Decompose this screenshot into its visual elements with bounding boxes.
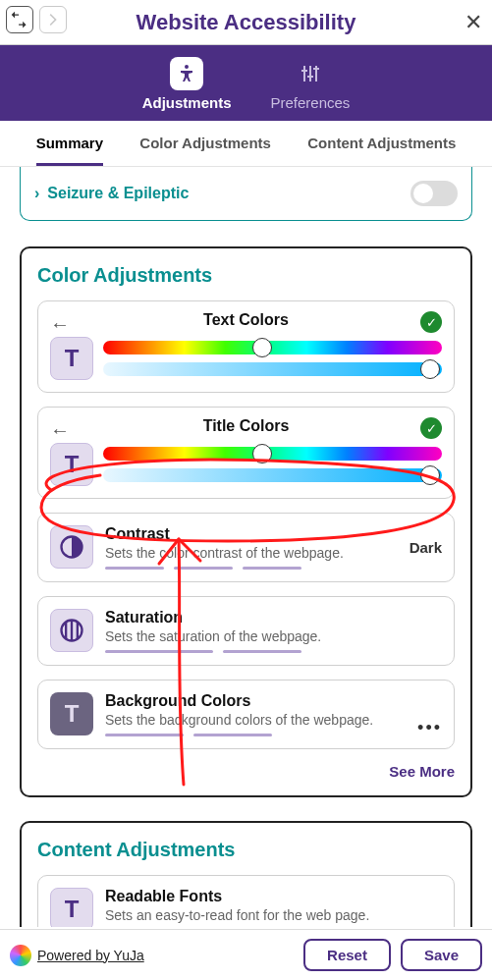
background-more-icon[interactable]: ••• xyxy=(417,718,442,738)
text-colors-check-icon: ✓ xyxy=(420,311,442,333)
saturation-title: Saturation xyxy=(105,609,442,626)
title-colors-check-icon: ✓ xyxy=(420,417,442,439)
background-title: Background Colors xyxy=(105,692,442,710)
title-sat-slider[interactable] xyxy=(103,468,442,482)
svg-rect-5 xyxy=(313,68,319,70)
text-colors-card[interactable]: ← Text Colors ✓ T xyxy=(37,300,455,393)
powered-by-text: Powered by YuJa xyxy=(37,948,144,963)
saturation-icon xyxy=(50,609,93,652)
footer: Powered by YuJa Reset Save xyxy=(0,929,492,980)
subtab-content[interactable]: Content Adjustments xyxy=(307,135,456,166)
saturation-row[interactable]: Saturation Sets the saturation of the we… xyxy=(37,596,455,666)
svg-rect-3 xyxy=(301,70,307,72)
readable-fonts-icon: T xyxy=(50,888,93,927)
contrast-row[interactable]: Contrast Sets the color contrast of the … xyxy=(37,513,455,582)
color-adjustments-panel: Color Adjustments ← Text Colors ✓ T ← Ti… xyxy=(20,246,472,797)
title-colors-back-icon[interactable]: ← xyxy=(50,419,70,442)
content-adjustments-panel: Content Adjustments T Readable Fonts Set… xyxy=(20,821,472,927)
title-hue-slider[interactable] xyxy=(103,447,442,461)
readable-fonts-row[interactable]: T Readable Fonts Sets an easy-to-read fo… xyxy=(37,875,455,927)
text-colors-title: Text Colors xyxy=(203,311,289,329)
contrast-icon xyxy=(50,525,93,569)
readable-fonts-desc: Sets an easy-to-read font for the web pa… xyxy=(105,907,442,923)
text-sat-thumb[interactable] xyxy=(420,359,440,379)
main-tab-bar: Adjustments Preferences xyxy=(0,45,492,121)
title-colors-icon: T xyxy=(50,443,93,486)
sub-tab-bar: Summary Color Adjustments Content Adjust… xyxy=(0,121,492,167)
close-button[interactable]: ✕ xyxy=(465,10,482,35)
seizure-card: › Seizure & Epileptic xyxy=(20,167,472,221)
contrast-desc: Sets the color contrast of the webpage. xyxy=(105,545,398,561)
title-colors-title: Title Colors xyxy=(203,417,290,435)
background-colors-icon: T xyxy=(50,692,93,735)
text-colors-icon: T xyxy=(50,337,93,380)
text-colors-back-icon[interactable]: ← xyxy=(50,313,70,336)
powered-by-link[interactable]: Powered by YuJa xyxy=(10,945,144,966)
page-title: Website Accessibility xyxy=(137,10,356,35)
see-more-link[interactable]: See More xyxy=(37,763,455,780)
tab-preferences-label: Preferences xyxy=(270,94,350,111)
svg-rect-4 xyxy=(307,76,313,78)
tab-adjustments-label: Adjustments xyxy=(142,94,232,111)
tab-preferences[interactable]: Preferences xyxy=(270,57,350,111)
text-hue-thumb[interactable] xyxy=(252,338,272,357)
subtab-summary[interactable]: Summary xyxy=(36,135,103,166)
subtab-color[interactable]: Color Adjustments xyxy=(139,135,271,166)
seizure-toggle[interactable] xyxy=(410,181,458,206)
title-hue-thumb[interactable] xyxy=(252,444,272,463)
contrast-value: Dark xyxy=(410,539,442,556)
background-colors-row[interactable]: T Background Colors Sets the background … xyxy=(37,680,455,749)
title-colors-card[interactable]: ← Title Colors ✓ T xyxy=(37,407,455,499)
seizure-toggle-row[interactable]: › Seizure & Epileptic xyxy=(34,185,189,202)
forward-button xyxy=(39,6,67,33)
chevron-right-icon: › xyxy=(34,185,39,202)
svg-rect-1 xyxy=(309,66,311,82)
text-sat-slider[interactable] xyxy=(103,362,442,376)
title-sat-thumb[interactable] xyxy=(420,465,440,485)
tab-adjustments[interactable]: Adjustments xyxy=(142,57,232,111)
saturation-desc: Sets the saturation of the webpage. xyxy=(105,628,442,644)
svg-rect-0 xyxy=(303,66,305,82)
save-button[interactable]: Save xyxy=(401,939,482,971)
reset-button[interactable]: Reset xyxy=(303,939,391,971)
content-panel-title: Content Adjustments xyxy=(37,839,455,861)
seizure-label: Seizure & Epileptic xyxy=(47,185,189,202)
person-icon xyxy=(170,57,203,90)
background-desc: Sets the background colors of the webpag… xyxy=(105,712,442,728)
back-button[interactable] xyxy=(6,6,33,33)
yuja-logo-icon xyxy=(10,945,31,966)
readable-fonts-title: Readable Fonts xyxy=(105,888,442,905)
scroll-area[interactable]: › Seizure & Epileptic Color Adjustments … xyxy=(0,167,492,927)
contrast-title: Contrast xyxy=(105,525,398,543)
text-hue-slider[interactable] xyxy=(103,341,442,354)
titlebar: Website Accessibility ✕ xyxy=(0,0,492,45)
color-panel-title: Color Adjustments xyxy=(37,264,455,287)
sliders-icon xyxy=(294,57,327,90)
